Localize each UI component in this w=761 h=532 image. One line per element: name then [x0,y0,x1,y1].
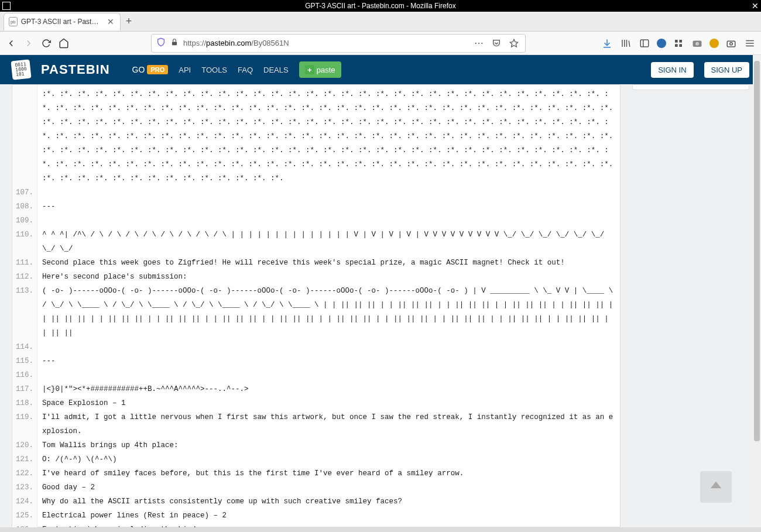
line-number: 111. [16,256,33,270]
code-line: |<}0|*"><*+###########++B.~^^^A^^^^^>---… [42,382,615,396]
site-header: 00111000101 PASTEBIN GO PRO API TOOLS FA… [0,55,761,84]
nav-deals[interactable]: DEALS [263,66,289,74]
svg-point-10 [730,42,733,45]
window-titlebar: GPT-3 ASCII art - Pastebin.com - Mozilla… [0,0,761,12]
vertical-scrollbar[interactable] [753,55,761,527]
brand-name[interactable]: PASTEBIN [41,62,110,77]
window-icon [2,2,11,10]
signup-button[interactable]: SIGN UP [704,62,749,78]
code-line: ^ ^ ^| /^\ / \ / \ / \ / \ / \ / \ / \ /… [42,228,615,256]
line-number: 123. [16,480,33,495]
svg-rect-2 [640,40,649,47]
svg-rect-0 [172,42,177,45]
browser-tabbar: pb GPT-3 ASCII art - Pastebin... ✕ + [0,12,761,32]
line-number: 107. [16,186,33,200]
extension-icon-4[interactable] [709,39,719,48]
code-line: O: /(^-^) \(^-^\) [42,452,615,466]
tracking-shield-icon[interactable] [156,37,166,49]
forward-button[interactable] [22,35,35,52]
code-line: I'll admit, I got a little nervous when … [42,410,615,438]
line-number: 119. [16,410,33,438]
back-button[interactable] [5,35,18,52]
plus-icon: + [305,65,314,74]
pocket-icon[interactable] [490,37,503,50]
code-line: Tom Wallis brings up 4th place: [42,438,615,452]
page-actions-icon[interactable]: ⋯ [472,37,485,50]
nav-tools[interactable]: TOOLS [201,66,227,74]
code-line [42,368,615,382]
home-button[interactable] [57,35,70,52]
bookmark-star-icon[interactable] [508,37,520,50]
svg-rect-9 [727,41,735,47]
window-close-button[interactable]: ✕ [749,0,761,12]
tab-favicon: pb [9,17,18,26]
scrollbar-thumb[interactable] [754,61,760,441]
lock-icon[interactable] [170,38,179,49]
library-icon[interactable] [619,37,632,50]
downloads-icon[interactable] [601,37,613,50]
sidebar-card [632,84,749,90]
pro-badge: PRO [147,65,168,74]
sidebar-icon[interactable] [638,37,651,50]
line-number: 125. [16,509,33,523]
browser-toolbar: https://pastebin.com/By08561N ⋯ [0,32,761,55]
code-line [42,214,615,228]
code-line: --- [42,354,615,368]
line-number: 108. [16,200,33,214]
line-number: 110. [16,228,33,256]
line-number: 124. [16,495,33,509]
code-area: 107.108.109.110.111.112.113.114.115.116.… [12,85,620,527]
scroll-to-top-button[interactable] [700,471,732,503]
reload-button[interactable] [40,35,53,52]
extension-icon-3[interactable] [691,37,704,50]
svg-rect-6 [679,44,682,47]
line-number: 120. [16,438,33,452]
screenshot-icon[interactable] [725,37,738,50]
code-line: I've heard of smiley faces before, but t… [42,466,615,480]
line-number: 122. [16,466,33,480]
url-bar[interactable]: https://pastebin.com/By08561N ⋯ [151,34,526,53]
pastebin-logo[interactable]: 00111000101 [11,59,31,80]
code-line: Second place this week goes to Zigfried!… [42,256,615,270]
svg-rect-3 [675,40,678,43]
line-number: 115. [16,354,33,368]
code-line: :*. :*. :*. :*. :*. :*. :*. :*. :*. :*. … [42,87,615,186]
nav-api[interactable]: API [179,66,191,74]
signin-button[interactable]: SIGN IN [651,62,693,78]
toolbar-right-icons [601,37,756,50]
code-line: Electrical power lines (Rest in peace) –… [42,509,615,523]
code-line: ( -o- )------oOOo-( -o- )------oOOo-( -o… [42,284,615,340]
extension-icon-2[interactable] [672,37,685,50]
menu-icon[interactable] [743,37,756,50]
url-text: https://pastebin.com/By08561N [183,39,289,47]
line-number: 126. [16,523,33,527]
code-line [42,186,615,200]
tab-title: GPT-3 ASCII art - Pastebin... [21,18,102,26]
code-lines[interactable]: :*. :*. :*. :*. :*. :*. :*. :*. :*. :*. … [37,85,620,527]
new-paste-button[interactable]: + paste [299,61,341,78]
page-content: 107.108.109.110.111.112.113.114.115.116.… [0,84,761,527]
code-line: Why do all the ASCII artists consistentl… [42,495,615,509]
tab-close-icon[interactable]: ✕ [106,17,115,26]
svg-rect-5 [675,44,678,47]
go-pro-link[interactable]: GO PRO [132,65,169,74]
browser-tab[interactable]: pb GPT-3 ASCII art - Pastebin... ✕ [4,13,121,30]
line-gutter: 107.108.109.110.111.112.113.114.115.116.… [12,85,37,527]
code-line: Space Explosion – 1 [42,396,615,410]
line-number: 113. [16,284,33,340]
window-title: GPT-3 ASCII art - Pastebin.com - Mozilla… [305,2,455,10]
extension-icon-1[interactable] [657,39,666,48]
code-line: Fantastic job on including the birds. [42,523,615,527]
nav-faq[interactable]: FAQ [238,66,253,74]
svg-marker-1 [510,39,517,47]
line-number: 112. [16,270,33,284]
line-number: 116. [16,368,33,382]
line-number: 121. [16,452,33,466]
code-line: Good day – 2 [42,480,615,495]
code-line: --- [42,200,615,214]
svg-rect-4 [679,40,682,43]
svg-point-8 [695,42,699,45]
code-line [42,340,615,354]
line-number: 117. [16,382,33,396]
new-tab-button[interactable]: + [121,13,137,30]
